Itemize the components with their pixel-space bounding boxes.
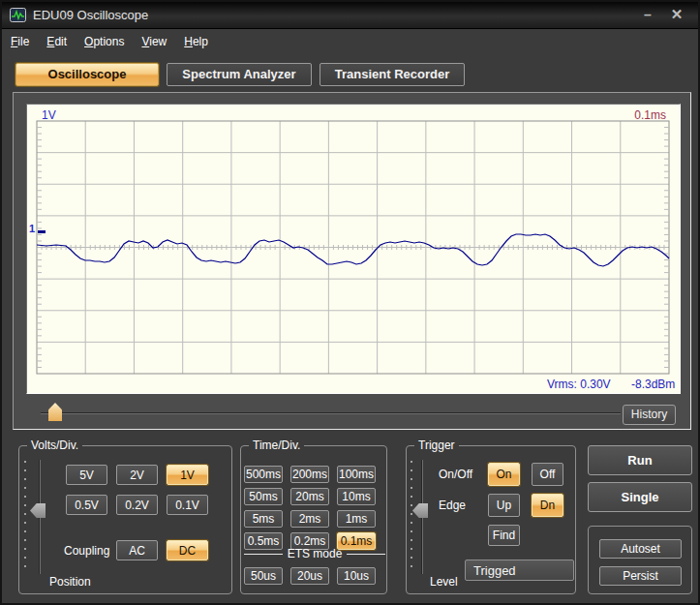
ets-mode-divider: ETS mode [244,547,385,560]
trigger-dn-button[interactable]: Dn [532,494,563,517]
time-100ms-button[interactable]: 100ms [337,466,376,483]
minimize-icon[interactable]: – [634,2,661,27]
persist-button[interactable]: Persist [599,566,682,586]
coupling-label: Coupling [64,544,109,558]
menu-bar: File Edit Options View Help [2,30,698,52]
volts-2v-button[interactable]: 2V [116,465,158,485]
volts-0.5v-button[interactable]: 0.5V [66,495,107,515]
horizontal-position-thumb[interactable] [48,403,62,421]
time-1ms-button[interactable]: 1ms [337,510,376,528]
time-2ms-button[interactable]: 2ms [290,510,329,528]
trigger-slider-ticks [411,461,412,573]
trigger-level-thumb[interactable] [412,503,428,518]
trigger-on-button[interactable]: On [488,463,520,486]
time-20ms-button[interactable]: 20ms [290,488,329,505]
time-div-group: Time/Div. 500ms 200ms 100ms 50ms 20ms 10… [240,445,387,594]
time-50ms-button[interactable]: 50ms [244,488,283,505]
time-5ms-button[interactable]: 5ms [244,510,283,528]
level-label: Level [430,575,458,589]
close-icon[interactable]: ✕ [663,2,690,27]
edge-label: Edge [439,499,466,512]
app-window: EDU09 Oscilloscope – ✕ File Edit Options… [0,0,700,605]
tab-spectrum-analyzer[interactable]: Spectrum Analyzer [167,63,312,86]
display-options-group: Autoset Persist [588,526,692,594]
trigger-find-button[interactable]: Find [488,525,520,546]
menu-view[interactable]: View [133,32,175,51]
tab-transient-recorder[interactable]: Transient Recorder [320,63,465,86]
trigger-status-field[interactable]: Trigged [465,560,574,581]
ets-mode-label: ETS mode [288,547,343,560]
volts-slider-ticks [24,461,26,573]
volts-1v-button[interactable]: 1V [167,465,208,485]
channel-1-marker: 1 [29,223,35,234]
time-20us-button[interactable]: 20us [290,567,329,585]
window-title: EDU09 Oscilloscope [33,8,148,22]
tab-oscilloscope[interactable]: Oscilloscope [15,63,159,86]
run-button[interactable]: Run [588,445,692,475]
time-50us-button[interactable]: 50us [244,567,283,585]
volts-div-title: Volts/Div. [27,439,82,452]
channel-1-level-dash [38,230,46,233]
scope-screen: 1V 0.1ms 1 Vrms: 0.30V -8.3dBm [26,104,681,394]
onoff-label: On/Off [439,468,472,481]
volts-0.2v-button[interactable]: 0.2V [116,495,158,515]
menu-edit[interactable]: Edit [38,32,76,51]
volts-5v-button[interactable]: 5V [66,465,107,485]
menu-file[interactable]: File [2,32,38,51]
time-per-div-readout: 0.1ms [634,108,666,122]
horizontal-position-track[interactable] [41,412,621,414]
volts-position-thumb[interactable] [30,503,46,518]
scope-grid-and-trace [27,105,682,395]
time-10us-button[interactable]: 10us [337,567,376,585]
time-200ms-button[interactable]: 200ms [290,466,329,483]
title-bar: EDU09 Oscilloscope – ✕ [2,2,698,29]
scope-panel: 1V 0.1ms 1 Vrms: 0.30V -8.3dBm History [13,92,691,430]
volts-0.1v-button[interactable]: 0.1V [167,495,208,515]
trigger-up-button[interactable]: Up [488,494,520,517]
trigger-off-button[interactable]: Off [532,463,563,486]
volts-per-div-readout: 1V [42,108,56,122]
volts-div-group: Volts/Div. 5V 2V 1V 0.5V 0.2V 0.1V Coupl… [18,445,232,594]
autoset-button[interactable]: Autoset [599,539,682,559]
coupling-dc-button[interactable]: DC [167,540,208,560]
trigger-title: Trigger [414,439,459,452]
time-500ms-button[interactable]: 500ms [244,466,283,483]
vrms-readout: Vrms: 0.30V [547,378,611,391]
position-label: Position [49,575,91,589]
trigger-group: Trigger On/Off On Off Edge Up Dn Find Tr… [406,445,576,594]
history-button[interactable]: History [623,405,676,425]
time-10ms-button[interactable]: 10ms [337,488,376,505]
time-div-title: Time/Div. [249,439,304,452]
app-icon [10,8,26,22]
waveform-trace [37,234,669,266]
single-button[interactable]: Single [588,482,692,512]
dbm-readout: -8.3dBm [631,378,675,391]
menu-options[interactable]: Options [76,32,133,51]
menu-help[interactable]: Help [175,32,217,51]
coupling-ac-button[interactable]: AC [116,540,158,560]
